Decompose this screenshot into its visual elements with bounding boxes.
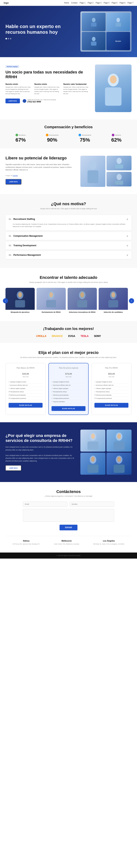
talento-title: Encontrar el talento adecuado bbox=[5, 275, 132, 280]
plan-pro-btn[interactable]: ELIGE UN PLAN bbox=[94, 403, 128, 408]
nav-page1[interactable]: Page 1 bbox=[80, 2, 86, 4]
partner-col-2: Nuestra visión Sample text: Click to edi… bbox=[34, 83, 60, 95]
leadership-img-3 bbox=[106, 172, 132, 186]
name-input[interactable] bbox=[70, 502, 114, 507]
office-sydney: Sidney 45 Princes Rd. Spencer Hall, Broo… bbox=[13, 540, 40, 546]
partner-phone: 📞 Llama las 24 horas, los 7 días de la s… bbox=[22, 99, 56, 103]
svg-rect-5 bbox=[91, 41, 96, 45]
svg-rect-3 bbox=[116, 23, 121, 27]
hero-title: Hable con un experto en recursos humanos… bbox=[5, 24, 80, 35]
svg-rect-1 bbox=[91, 23, 96, 27]
plan-card-pro: Plan Pro RRHH $59,99 Now #ed ✓ Quisque f… bbox=[91, 363, 132, 415]
trabajando-title: ¡Trabajando con los mejores! bbox=[5, 327, 132, 331]
planes-grid: Plan Básico de RRHH $39,99 Now #ed ✓ Qui… bbox=[5, 363, 132, 415]
nav-page3[interactable]: Page 3 bbox=[96, 2, 101, 4]
form-submit-btn[interactable]: ENVIAR bbox=[59, 525, 78, 530]
nav-logo: logo bbox=[4, 1, 9, 4]
plan-basico-btn[interactable]: ELIGE UN PLAN bbox=[9, 403, 43, 408]
carousel-prev-btn[interactable]: ‹ bbox=[3, 298, 8, 303]
compensacion-section: Compensación y beneficios ✓ Beneficios 6… bbox=[0, 119, 137, 148]
hero-dot-2[interactable] bbox=[8, 38, 9, 39]
carousel-img-1 bbox=[5, 288, 35, 310]
porq-btn[interactable]: LEER MÁS bbox=[5, 465, 21, 471]
partner-col-3: Nuestro valor fundamental Sample text: C… bbox=[63, 83, 90, 95]
plan-especial-btn[interactable]: ELIGE UN PLAN bbox=[51, 406, 86, 411]
porq-img-2 bbox=[106, 430, 132, 452]
planes-subtitle: Sit ultrices amet lorem elementa viament… bbox=[5, 356, 132, 358]
svg-rect-10 bbox=[88, 170, 98, 183]
email-input[interactable] bbox=[23, 502, 67, 507]
reclutamiento-label: Reclutamiento bbox=[82, 134, 91, 136]
office-sydney-city: Sidney bbox=[13, 540, 40, 542]
plan-pro-period: Now #ed bbox=[94, 376, 128, 378]
planes-section: Elija el plan con el mejor precio Sit ul… bbox=[0, 343, 137, 422]
porq-body2: Duis volutpat lorem in este enim consect… bbox=[5, 454, 75, 463]
accordion-arrow-2: ∨ bbox=[126, 235, 128, 238]
message-textarea[interactable] bbox=[23, 509, 114, 522]
svg-point-4 bbox=[92, 37, 96, 41]
accordion-header-3[interactable]: 03. Training Development ∨ bbox=[5, 242, 132, 250]
hero-img-3 bbox=[82, 32, 105, 50]
nav-contact[interactable]: Contact bbox=[71, 2, 78, 4]
brand-binance: BINANCE bbox=[52, 335, 63, 337]
leadership-leer-mas-btn[interactable]: LEER MÁS bbox=[5, 179, 21, 184]
plan-basico-name: Plan Básico de RRHH bbox=[9, 367, 43, 369]
svg-rect-12 bbox=[115, 164, 123, 168]
phone-icon: 📞 bbox=[22, 99, 26, 103]
brand-crolla: CROLLA bbox=[36, 335, 46, 337]
nav-page4[interactable]: Page 4 bbox=[103, 2, 109, 4]
beneficios-label: Beneficios bbox=[19, 134, 26, 136]
footer-text: © 2022 All rights reserved by moweb bbox=[5, 555, 132, 556]
footer: © 2022 All rights reserved by moweb bbox=[0, 553, 137, 559]
office-la-addr: 560 Main St. Suite 2 CA Los Angeles, CA … bbox=[93, 543, 124, 546]
hero-image: Ejemplo bbox=[80, 11, 132, 52]
plan-especial-features: ✓ Quisque fringilla sit dolor ✓ Accensum… bbox=[51, 380, 86, 403]
svg-point-13 bbox=[117, 174, 122, 180]
nav-page6[interactable]: Page 6 bbox=[120, 2, 126, 4]
partner-col-1: Nuestra visión Sample text: Click to edi… bbox=[5, 83, 32, 95]
svg-point-29 bbox=[91, 434, 95, 439]
talento-section: Encontrar el talento adecuado Simply par… bbox=[0, 268, 137, 321]
svg-rect-22 bbox=[77, 300, 87, 307]
svg-point-0 bbox=[92, 18, 96, 22]
nav-page2[interactable]: Page 2 bbox=[88, 2, 94, 4]
leadership-link[interactable]: Freepik bbox=[13, 175, 18, 177]
nav-page5[interactable]: Page 5 bbox=[111, 2, 118, 4]
brand-tesla: TESLA bbox=[81, 335, 88, 337]
plan-feature: ✓ Ultrices sapien quisque bbox=[51, 387, 86, 390]
svg-rect-25 bbox=[108, 300, 118, 307]
svg-point-9 bbox=[89, 160, 97, 169]
hero-content: Hable con un experto en recursos humanos… bbox=[5, 24, 80, 39]
nav-page7[interactable]: Page 7 bbox=[128, 2, 133, 4]
partner-tag: Nuestro equipo bbox=[5, 65, 19, 68]
partner-col3-title: Nuestro valor fundamental bbox=[63, 83, 90, 85]
hero-badge: Ejemplo bbox=[115, 40, 121, 42]
form-row-1 bbox=[23, 502, 114, 507]
svg-rect-16 bbox=[15, 300, 25, 307]
hero-dot-1[interactable] bbox=[5, 38, 7, 39]
reclutamiento-icon: ✓ bbox=[79, 134, 81, 136]
office-melbourne-addr: Calle Collins 760, Melbourne, Australia bbox=[54, 543, 79, 546]
plan-feature: ✗ Reclutamiento eficaz bbox=[9, 390, 43, 394]
hero-dot-3[interactable] bbox=[10, 38, 11, 39]
hero-section: Hable con un experto en recursos humanos… bbox=[0, 6, 137, 57]
accordion-header-2[interactable]: 02. Compensation Management ∨ bbox=[5, 232, 132, 240]
partner-col1-title: Nuestra visión bbox=[5, 83, 32, 85]
svg-point-17 bbox=[18, 292, 22, 297]
plan-feature: ✗ Compensación premium bbox=[94, 397, 128, 400]
plan-feature: ✓ Reclutamiento eficaz bbox=[94, 390, 128, 394]
partner-phone-number: (702) 622 9999 bbox=[28, 100, 56, 103]
accordion-num-2: 02. bbox=[9, 235, 11, 237]
accordion-header-1[interactable]: 01. Recruitment Staffing ∧ bbox=[5, 215, 132, 223]
planes-title: Elija el plan con el mejor precio bbox=[5, 350, 132, 355]
accordion-num-1: 01. bbox=[9, 218, 11, 220]
brands-row: CROLLA BINANCE EVGA TESLA SONY bbox=[5, 335, 132, 337]
plan-especial-price: $79,99 bbox=[51, 370, 86, 376]
svg-point-26 bbox=[111, 292, 115, 297]
accordion-header-4[interactable]: 04. Performance Management ∨ bbox=[5, 251, 132, 259]
carousel-label-1: Búsqueda de ejecutivos bbox=[5, 310, 35, 314]
carousel-next-btn[interactable]: › bbox=[129, 298, 134, 303]
office-sydney-addr: 45 Princes Rd. Spencer Hall, Brooklyn NY bbox=[13, 543, 40, 546]
nav-home[interactable]: Home bbox=[64, 2, 69, 4]
partner-leer-mas-btn[interactable]: LEER MÁS bbox=[5, 99, 20, 103]
